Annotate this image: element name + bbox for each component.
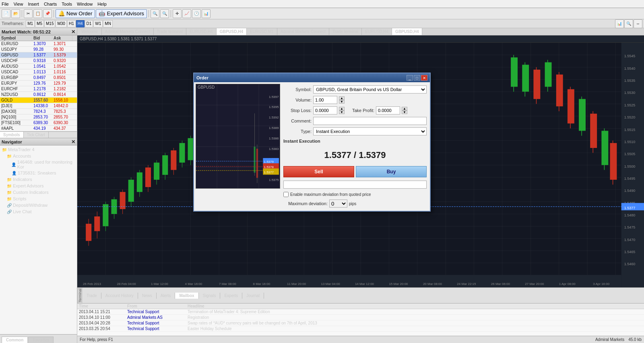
symbol-select[interactable]: GBPUSD, Great Britain Pound vs US Dollar <box>313 85 427 94</box>
sell-button[interactable]: Sell <box>283 166 354 177</box>
svg-text:1.5397: 1.5397 <box>269 95 279 99</box>
sl-tp-row: Stop Loss: ▲ ▼ Take Profit: ▲ ▼ <box>283 106 427 114</box>
type-label: Type: <box>283 129 312 134</box>
price-display: 1.5377 / 1.5379 <box>283 147 427 164</box>
dialog-body: GBPUSD 1.5397 1.5395 1.5392 1.5389 <box>194 82 430 211</box>
tp-up[interactable]: ▲ <box>402 107 407 110</box>
svg-text:1.5386: 1.5386 <box>269 137 279 140</box>
dialog-overlay: Order _ □ ✕ GBPUSD <box>0 0 644 343</box>
svg-rect-166 <box>254 147 256 173</box>
sl-down[interactable]: ▼ <box>339 110 345 114</box>
tp-spinner: ▲ ▼ <box>402 107 407 114</box>
dialog-close-button[interactable]: ✕ <box>421 75 427 81</box>
svg-text:1.5395: 1.5395 <box>269 105 279 109</box>
instant-execution-section: Instant Execution <box>283 138 427 144</box>
take-profit-label: Take Profit: <box>346 108 374 113</box>
dialog-title: Order <box>196 75 208 80</box>
take-profit-input[interactable] <box>376 106 400 114</box>
svg-rect-168 <box>256 149 258 178</box>
deviation-label: Enable maximum deviation from quoted pri… <box>290 192 371 197</box>
order-dialog: Order _ □ ✕ GBPUSD <box>193 73 431 212</box>
volume-spinner: ▲ ▼ <box>339 96 345 104</box>
max-deviation-row: Maximum deviation: 0 pips <box>283 200 427 208</box>
dialog-minimize-button[interactable]: _ <box>407 75 413 81</box>
max-deviation-select[interactable]: 0 <box>329 200 347 208</box>
comment-row: Comment: <box>283 117 427 125</box>
symbol-row: Symbol: GBPUSD, Great Britain Pound vs U… <box>283 85 427 94</box>
pips-label: pips <box>349 202 356 206</box>
dialog-title-bar: Order _ □ ✕ <box>194 73 430 82</box>
svg-text:1.5378: 1.5378 <box>264 165 274 169</box>
comment-label: Comment: <box>283 118 312 123</box>
stop-loss-input[interactable] <box>313 106 337 114</box>
dialog-controls: _ □ ✕ <box>407 75 427 81</box>
sl-up[interactable]: ▲ <box>339 107 345 110</box>
dialog-chart-svg: 1.5397 1.5395 1.5392 1.5389 1.5386 1.538… <box>196 84 280 188</box>
dialog-chart-symbol: GBPUSD <box>198 85 215 89</box>
type-row: Type: Instant Execution <box>283 127 427 135</box>
order-status-field <box>283 181 427 189</box>
stop-loss-label: Stop Loss: <box>283 108 312 113</box>
buy-button[interactable]: Buy <box>356 166 427 177</box>
deviation-row: Enable maximum deviation from quoted pri… <box>283 192 427 197</box>
dialog-maximize-button[interactable]: □ <box>414 75 420 81</box>
svg-text:1.5377: 1.5377 <box>264 170 274 174</box>
volume-row: Volume: ▲ ▼ <box>283 96 427 104</box>
volume-label: Volume: <box>283 98 312 102</box>
instant-execution-label: Instant Execution <box>283 139 320 143</box>
symbol-label: Symbol: <box>283 87 312 92</box>
volume-up[interactable]: ▲ <box>339 96 345 100</box>
svg-text:1.5383: 1.5383 <box>269 147 279 151</box>
volume-input[interactable] <box>313 96 337 104</box>
tp-down[interactable]: ▼ <box>402 110 407 114</box>
svg-text:1.5392: 1.5392 <box>269 116 279 119</box>
order-buttons: Sell Buy <box>283 166 427 177</box>
svg-text:1.5389: 1.5389 <box>269 126 279 130</box>
dialog-mini-chart: GBPUSD 1.5397 1.5395 1.5392 1.5389 <box>196 84 280 189</box>
sl-spinner: ▲ ▼ <box>339 107 345 114</box>
deviation-checkbox[interactable] <box>283 192 289 197</box>
svg-text:1.5375: 1.5375 <box>269 178 279 182</box>
dialog-form: Symbol: GBPUSD, Great Britain Pound vs U… <box>282 84 428 209</box>
max-deviation-label: Maximum deviation: <box>287 201 328 206</box>
volume-down[interactable]: ▼ <box>339 100 345 104</box>
comment-input[interactable] <box>313 117 427 125</box>
type-select[interactable]: Instant Execution <box>313 127 427 135</box>
svg-text:1.5379: 1.5379 <box>264 160 274 164</box>
